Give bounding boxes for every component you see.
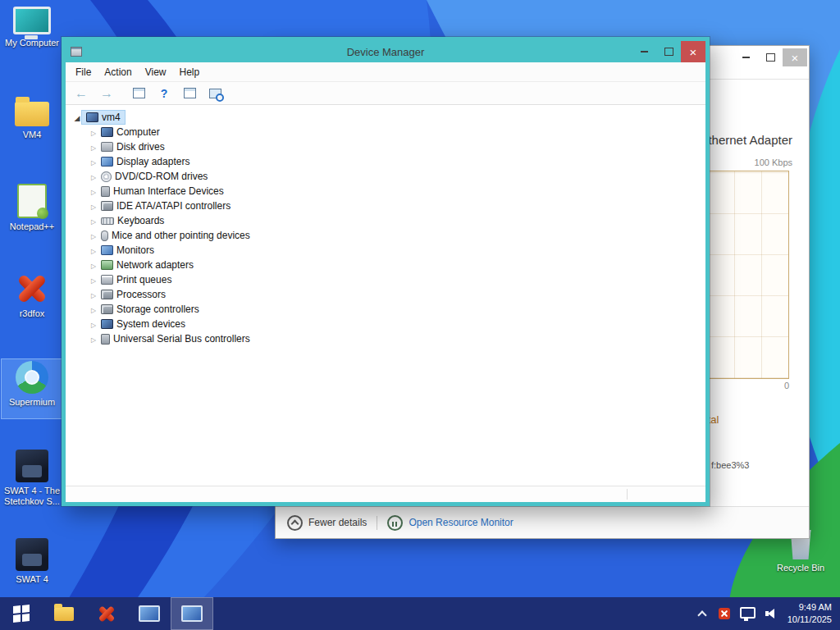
supermium-icon bbox=[16, 361, 48, 394]
expand-chevron-icon[interactable] bbox=[89, 274, 98, 285]
network-tray-icon[interactable] bbox=[740, 607, 756, 619]
network-adapter-icon bbox=[101, 260, 113, 270]
expand-chevron-icon[interactable] bbox=[89, 185, 98, 197]
desktop-shortcut-label: SWAT 4 bbox=[2, 574, 62, 585]
menu-action[interactable]: Action bbox=[98, 64, 138, 80]
expand-chevron-icon[interactable] bbox=[89, 304, 98, 315]
close-button[interactable] bbox=[783, 48, 807, 66]
menu-help[interactable]: Help bbox=[173, 64, 207, 80]
system-tray-icons bbox=[696, 608, 778, 619]
volume-tray-icon[interactable] bbox=[765, 608, 778, 619]
expand-chevron-icon[interactable] bbox=[89, 200, 98, 212]
maximize-button[interactable] bbox=[758, 48, 783, 66]
expand-chevron-icon[interactable] bbox=[89, 333, 98, 345]
tree-item-system-devices[interactable]: System devices bbox=[66, 317, 705, 331]
menu-view[interactable]: View bbox=[139, 64, 173, 80]
minimize-button[interactable] bbox=[632, 41, 656, 62]
swat4-icon bbox=[16, 538, 48, 571]
system-device-icon bbox=[101, 319, 113, 329]
expand-chevron-icon[interactable] bbox=[89, 259, 98, 271]
r3dfox-icon bbox=[98, 605, 116, 623]
expand-chevron-icon[interactable] bbox=[89, 215, 98, 226]
tree-item-mice-and-other-pointing-devices[interactable]: Mice and other pointing devices bbox=[66, 228, 705, 243]
hid-icon bbox=[101, 186, 110, 197]
windows-logo-icon bbox=[13, 605, 30, 623]
tree-item-storage-controllers[interactable]: Storage controllers bbox=[66, 302, 705, 317]
file-explorer-button[interactable] bbox=[43, 597, 85, 630]
chart-min-label: 0 bbox=[784, 381, 789, 390]
device-manager-button[interactable] bbox=[171, 597, 213, 630]
desktop-icon-grid: My Computer VM4 Notepad++ r3dfox Supermi… bbox=[2, 5, 62, 596]
properties-icon[interactable] bbox=[180, 84, 199, 103]
desktop-shortcut-label: Recycle Bin bbox=[769, 563, 832, 573]
fewer-details-icon bbox=[287, 515, 303, 531]
folder-icon bbox=[15, 102, 49, 126]
desktop-shortcut-swat-4-the-stetchkov-s[interactable]: SWAT 4 - The Stetchkov S... bbox=[2, 448, 62, 507]
device-tree: vm4 Computer Disk drives Display adapter… bbox=[66, 105, 705, 486]
r3dfox-tray-icon[interactable] bbox=[719, 608, 730, 619]
tree-item-monitors[interactable]: Monitors bbox=[66, 243, 705, 258]
r3dfox-button[interactable] bbox=[85, 597, 128, 630]
tree-item-universal-serial-bus-controllers[interactable]: Universal Serial Bus controllers bbox=[66, 331, 705, 346]
forward-icon[interactable] bbox=[97, 84, 116, 103]
expand-chevron-icon[interactable] bbox=[89, 318, 98, 330]
scan-hardware-changes-icon[interactable] bbox=[205, 84, 225, 103]
app-window-icon bbox=[181, 605, 203, 622]
tree-item-print-queues[interactable]: Print queues bbox=[66, 272, 705, 287]
tree-item-human-interface-devices[interactable]: Human Interface Devices bbox=[66, 184, 705, 199]
back-icon[interactable] bbox=[71, 84, 91, 103]
hidden-icons-chevron[interactable] bbox=[696, 608, 709, 619]
dvd-drive-icon bbox=[101, 171, 112, 182]
storage-controller-icon bbox=[101, 304, 113, 314]
desktop-shortcut-notepad[interactable]: Notepad++ bbox=[2, 182, 62, 241]
maximize-button[interactable] bbox=[656, 41, 681, 62]
device-manager-titlebar[interactable]: Device Manager bbox=[66, 41, 705, 62]
notepadpp-icon bbox=[17, 184, 47, 218]
expand-chevron-icon[interactable] bbox=[89, 289, 98, 300]
start-button[interactable] bbox=[0, 597, 43, 630]
desktop-shortcut-label: r3dfox bbox=[2, 308, 62, 319]
tree-item-keyboards[interactable]: Keyboards bbox=[66, 213, 705, 228]
tree-item-dvd-cd-rom-drives[interactable]: DVD/CD-ROM drives bbox=[66, 169, 705, 184]
menu-file[interactable]: File bbox=[69, 64, 98, 80]
device-manager-window: Device Manager FileActionViewHelp vm4 Co… bbox=[62, 37, 710, 506]
expand-chevron-icon[interactable] bbox=[89, 244, 98, 256]
r3dfox-icon bbox=[16, 272, 48, 305]
desktop-shortcut-my-computer[interactable]: My Computer bbox=[2, 5, 62, 64]
tree-item-display-adapters[interactable]: Display adapters bbox=[66, 154, 705, 169]
tree-item-processors[interactable]: Processors bbox=[66, 287, 705, 302]
expand-chevron-icon[interactable] bbox=[89, 156, 98, 167]
desktop-shortcut-label: Supermium bbox=[2, 397, 62, 408]
close-button[interactable] bbox=[681, 41, 705, 62]
app-window-button[interactable] bbox=[128, 597, 171, 630]
display-adapter-icon bbox=[101, 157, 113, 167]
tree-item-disk-drives[interactable]: Disk drives bbox=[66, 139, 705, 154]
expand-chevron-icon[interactable] bbox=[89, 230, 98, 241]
ipv6-address-fragment: f:bee3%3 bbox=[711, 460, 749, 470]
tree-item-ide-ata-atapi-controllers[interactable]: IDE ATA/ATAPI controllers bbox=[66, 199, 705, 213]
collapse-expander-icon[interactable] bbox=[72, 112, 82, 123]
help-icon[interactable] bbox=[154, 84, 174, 103]
fewer-details-button[interactable]: Fewer details bbox=[308, 517, 367, 528]
expand-chevron-icon[interactable] bbox=[89, 126, 98, 138]
minimize-button[interactable] bbox=[733, 48, 758, 66]
taskbar-buttons bbox=[0, 597, 213, 630]
expand-chevron-icon[interactable] bbox=[89, 171, 98, 182]
desktop-shortcut-swat-4[interactable]: SWAT 4 bbox=[2, 536, 62, 596]
open-resource-monitor-link[interactable]: Open Resource Monitor bbox=[409, 517, 513, 528]
tree-item-network-adapters[interactable]: Network adapters bbox=[66, 258, 705, 272]
footer-divider bbox=[377, 516, 377, 530]
swat4-icon bbox=[16, 450, 48, 482]
tree-root-vm4[interactable]: vm4 bbox=[66, 109, 705, 125]
desktop-shortcut-supermium[interactable]: Supermium bbox=[2, 359, 62, 418]
ide-controller-icon bbox=[101, 201, 113, 211]
expand-chevron-icon[interactable] bbox=[89, 141, 98, 153]
app-window-icon bbox=[139, 605, 160, 622]
device-manager-menubar: FileActionViewHelp bbox=[66, 62, 705, 82]
desktop: My Computer VM4 Notepad++ r3dfox Supermi… bbox=[0, 0, 840, 630]
desktop-shortcut-r3dfox[interactable]: r3dfox bbox=[2, 271, 62, 330]
console-tree-icon[interactable] bbox=[129, 84, 148, 103]
tree-item-computer[interactable]: Computer bbox=[66, 125, 705, 139]
taskbar-clock[interactable]: 9:49 AM 10/11/2025 bbox=[788, 601, 832, 626]
desktop-shortcut-vm4[interactable]: VM4 bbox=[2, 94, 62, 153]
